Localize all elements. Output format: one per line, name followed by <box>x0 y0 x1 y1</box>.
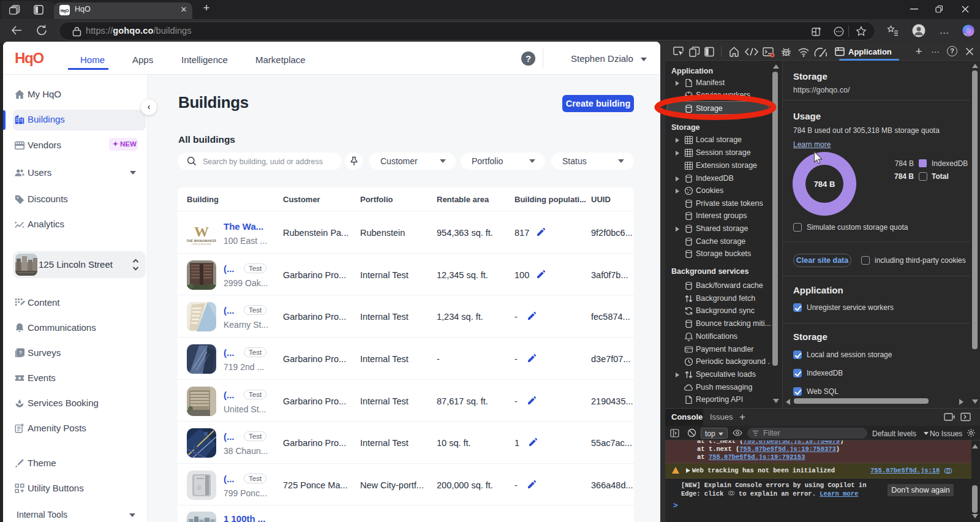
svg-text:W: W <box>194 224 209 240</box>
svg-text:THE WANAMAKER: THE WANAMAKER <box>187 239 216 243</box>
svg-text:OFFICE BUILDING: OFFICE BUILDING <box>192 243 211 246</box>
svg-text:?: ? <box>19 350 22 355</box>
svg-text:HqO: HqO <box>61 9 69 13</box>
svg-text:HqO: HqO <box>15 50 43 66</box>
